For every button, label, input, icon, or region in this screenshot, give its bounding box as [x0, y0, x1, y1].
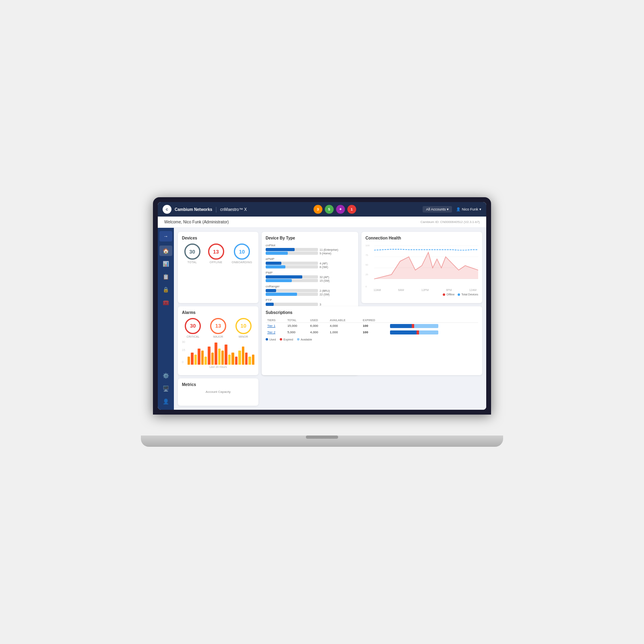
metrics-card: Metrics Account Capacity	[178, 378, 258, 406]
table-row: Tier 1 15,000 6,000 4,000 100	[266, 322, 478, 329]
alarms-card: Alarms 30 CRITICAL 13	[178, 306, 258, 376]
legend-expired: Expired	[280, 338, 293, 341]
legend-offline: Offline	[443, 293, 454, 296]
col-expired: EXPIRED	[361, 318, 388, 323]
metrics-subtitle: Account Capacity	[182, 390, 254, 394]
devices-onboarding: 10 ONBOARDING	[232, 244, 252, 264]
sidebar-item-dashboard[interactable]: 📊	[159, 258, 172, 269]
top-bar: C Cambium Networks | cnMaestro™ X 3 5 ✦ …	[158, 202, 486, 217]
chart-time-label: Last 24 Hours	[182, 365, 254, 368]
alarms-minor: 10 MINOR	[235, 318, 252, 338]
brand-area: C Cambium Networks | cnMaestro™ X	[163, 205, 247, 214]
tier1-expired: 100	[361, 322, 388, 329]
alarm-chart	[182, 341, 254, 365]
devices-total: 30 TOTAL	[184, 244, 200, 264]
total-label: TOTAL	[184, 261, 200, 264]
brand-divider: |	[215, 206, 217, 213]
subscriptions-card: Subscriptions TIERS TOTAL USED AVAILABLE…	[262, 306, 482, 376]
sidebar-item-tools[interactable]: 🧰	[159, 297, 172, 308]
content-area: Devices 30 TOTAL 13	[174, 228, 486, 410]
device-row-cnranger: cnRanger 2 (BRU)	[266, 285, 354, 296]
tier2-available: 1,000	[328, 329, 361, 336]
sidebar-item-security[interactable]: 🔒	[159, 284, 172, 295]
alarm-stats: 30 CRITICAL 13 MAJOR	[182, 318, 254, 338]
tier1-total: 15,000	[286, 322, 309, 329]
col-total: TOTAL	[286, 318, 309, 323]
offline-label: OFFLINE	[208, 261, 224, 264]
brand-logo: C	[163, 205, 171, 214]
notification-icon-1[interactable]: 3	[314, 205, 322, 214]
subscriptions-title: Subscriptions	[266, 310, 478, 315]
sub-header: Welcome, Nico Funk (Administrator) Cambi…	[158, 217, 486, 228]
laptop-container: C Cambium Networks | cnMaestro™ X 3 5 ✦ …	[141, 197, 503, 447]
sidebar-item-monitor[interactable]: 🖥️	[159, 383, 172, 394]
metrics-title: Metrics	[182, 382, 254, 387]
offline-circle: 13	[208, 244, 224, 260]
sidebar: → 🏠 📊 📋 🔒 🧰 ⚙️ 🖥️ 👤	[158, 228, 174, 410]
accounts-dropdown[interactable]: All Accounts ▾	[423, 206, 452, 213]
tier1-available: 4,000	[328, 322, 361, 329]
sidebar-item-home[interactable]: 🏠	[159, 246, 172, 256]
col-bar	[388, 318, 478, 323]
tier1-bar	[388, 322, 478, 329]
connection-svg	[365, 244, 478, 288]
total-circle: 30	[184, 244, 200, 260]
tier2-total: 5,000	[286, 329, 309, 336]
col-tiers: TIERS	[266, 318, 286, 323]
connection-chart: 100 75 50 25 0	[365, 244, 478, 288]
sidebar-item-user[interactable]: 👤	[159, 396, 172, 407]
tier2-used: 4,000	[308, 329, 328, 336]
notification-icon-4[interactable]: 1	[347, 205, 356, 214]
device-row-pmp: PMP 32 (AP) 15 (S	[266, 271, 354, 282]
critical-circle: 30	[185, 318, 201, 334]
connection-health-title: Connection Health	[365, 236, 478, 240]
tier1-name[interactable]: Tier 1	[266, 322, 286, 329]
major-label: MAJOR	[210, 335, 226, 338]
top-bar-icons: 3 5 ✦ 1	[314, 205, 356, 214]
notification-icon-3[interactable]: ✦	[336, 205, 345, 214]
top-bar-right: All Accounts ▾ 👤 Nico Funk ▾	[423, 206, 481, 213]
tier2-bar	[388, 329, 478, 336]
notification-icon-2[interactable]: 5	[325, 205, 334, 214]
tier2-expired: 100	[361, 329, 388, 336]
legend-total: Total Devices	[458, 293, 478, 296]
laptop-notch	[306, 436, 338, 439]
col-used: USED	[308, 318, 328, 323]
device-row-cnpilot: cnPilot 11 (Enterprise)	[266, 244, 354, 255]
device-row-epmp: ePMP 4 (AP) 8 (SM	[266, 257, 354, 268]
screen: C Cambium Networks | cnMaestro™ X 3 5 ✦ …	[158, 202, 486, 410]
subscriptions-table: TIERS TOTAL USED AVAILABLE EXPIRED	[266, 318, 478, 336]
onboarding-circle: 10	[234, 244, 250, 260]
sub-legend: Used Expired Available	[266, 338, 478, 341]
main-layout: → 🏠 📊 📋 🔒 🧰 ⚙️ 🖥️ 👤 Devices	[158, 228, 486, 410]
table-row: Tier 2 5,000 4,000 1,000 100	[266, 329, 478, 336]
sidebar-item-settings[interactable]: ⚙️	[159, 370, 172, 381]
alarms-critical: 30 CRITICAL	[185, 318, 201, 338]
col-available: AVAILABLE	[328, 318, 361, 323]
connection-health-card: Connection Health	[361, 232, 482, 303]
onboarding-label: ONBOARDING	[232, 261, 252, 264]
connection-legend: Offline Total Devices	[365, 293, 478, 296]
major-circle: 13	[210, 318, 226, 334]
alarms-major: 13 MAJOR	[210, 318, 226, 338]
legend-available: Available	[297, 338, 312, 341]
screen-bezel: C Cambium Networks | cnMaestro™ X 3 5 ✦ …	[153, 197, 491, 415]
device-type-title: Device By Type	[266, 236, 354, 240]
sidebar-toggle[interactable]: →	[159, 231, 172, 242]
cambium-id: Cambium ID: CN0000640512 (V2.3.1-b7)	[421, 220, 480, 224]
minor-circle: 10	[235, 318, 252, 334]
sidebar-item-reports[interactable]: 📋	[159, 271, 172, 282]
alarms-title: Alarms	[182, 310, 254, 315]
devices-offline: 13 OFFLINE	[208, 244, 224, 264]
legend-used: Used	[266, 338, 276, 341]
brand-name: Cambium Networks	[175, 207, 212, 212]
user-dropdown[interactable]: 👤 Nico Funk ▾	[456, 207, 481, 211]
tier1-used: 6,000	[308, 322, 328, 329]
brand-product: cnMaestro™ X	[220, 207, 247, 212]
tier2-name[interactable]: Tier 2	[266, 329, 286, 336]
welcome-text: Welcome, Nico Funk (Administrator)	[164, 220, 229, 224]
devices-card: Devices 30 TOTAL 13	[178, 232, 258, 303]
minor-label: MINOR	[235, 335, 252, 338]
device-stats: 30 TOTAL 13 OFFLINE	[182, 244, 254, 264]
laptop-base	[141, 436, 503, 447]
